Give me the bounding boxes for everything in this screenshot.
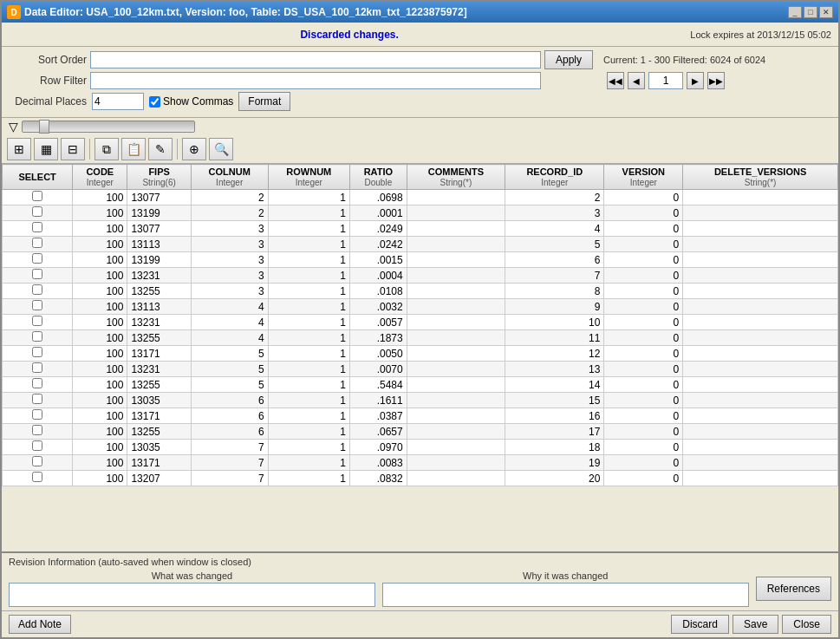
data-cell: 4 [505, 221, 604, 237]
row-checkbox[interactable] [32, 440, 42, 451]
bottom-right-buttons: Discard Save Close [671, 615, 831, 634]
split-button[interactable]: ⊕ [182, 138, 206, 160]
table2-button[interactable]: ⊟ [61, 138, 85, 160]
row-checkbox[interactable] [32, 409, 42, 420]
data-cell: 1 [268, 190, 349, 205]
table-row: 1001320771.0832200 [3, 471, 838, 486]
add-note-button[interactable]: Add Note [9, 615, 71, 634]
col-fips: FIPSString(6) [127, 165, 191, 190]
string-cell: 13255 [127, 284, 191, 299]
show-commas-text: Show Commas [163, 95, 233, 108]
sort-order-input[interactable] [90, 51, 541, 68]
string-cell [407, 455, 505, 471]
row-checkbox[interactable] [32, 456, 42, 466]
string-cell [407, 284, 505, 299]
title-controls: _ □ ✕ [788, 6, 833, 18]
string-cell [683, 440, 838, 455]
row-checkbox[interactable] [32, 425, 42, 435]
what-input[interactable] [9, 583, 375, 607]
data-cell: 0 [604, 205, 683, 221]
show-commas-checkbox[interactable] [149, 96, 160, 108]
row-checkbox[interactable] [32, 300, 42, 310]
row-checkbox[interactable] [32, 284, 42, 295]
data-cell: 6 [191, 408, 268, 424]
col-record-id: RECORD_IDInteger [505, 165, 604, 190]
row-checkbox[interactable] [32, 206, 42, 217]
row-checkbox[interactable] [32, 362, 42, 373]
data-cell: 1 [268, 408, 349, 424]
row-checkbox[interactable] [32, 222, 42, 232]
maximize-button[interactable]: □ [804, 6, 817, 18]
row-checkbox[interactable] [32, 472, 42, 482]
data-cell: 0 [604, 393, 683, 408]
row-filter-input[interactable] [90, 72, 541, 89]
data-cell: 0 [604, 190, 683, 205]
row-checkbox[interactable] [32, 253, 42, 264]
close-button[interactable]: Close [782, 615, 831, 634]
string-cell [683, 471, 838, 486]
bottom-bar: Add Note Discard Save Close [2, 610, 838, 637]
data-cell: 18 [505, 440, 604, 455]
controls-section: Sort Order Apply Current: 1 - 300 Filter… [2, 47, 838, 118]
data-cell: 4 [191, 315, 268, 330]
apply-button[interactable]: Apply [544, 50, 593, 69]
table-button[interactable]: ▦ [34, 138, 58, 160]
string-cell [683, 237, 838, 252]
row-checkbox[interactable] [32, 316, 42, 326]
data-cell: 6 [191, 424, 268, 440]
table-row: 1001325561.0657170 [3, 424, 838, 440]
string-cell: 13171 [127, 346, 191, 362]
row-checkbox[interactable] [32, 394, 42, 404]
select-cell [3, 440, 73, 455]
row-checkbox[interactable] [32, 347, 42, 357]
row-checkbox[interactable] [32, 269, 42, 279]
why-input[interactable] [382, 583, 749, 607]
grid-button[interactable]: ⊞ [7, 138, 31, 160]
data-cell: 1 [268, 299, 349, 315]
data-cell: .0083 [350, 455, 407, 471]
close-window-button[interactable]: ✕ [819, 6, 833, 18]
paste-button[interactable]: 📋 [121, 138, 146, 160]
edit-button[interactable]: ✎ [148, 138, 173, 160]
data-cell: 0 [604, 252, 683, 268]
copy-button[interactable]: ⧉ [94, 138, 119, 160]
row-checkbox[interactable] [32, 191, 42, 201]
prev-page-button[interactable]: ◀ [628, 72, 645, 89]
col-colnum: COLNUMInteger [191, 165, 268, 190]
data-cell: 15 [505, 393, 604, 408]
table-row: 1001325531.010880 [3, 284, 838, 299]
data-cell: 100 [73, 268, 127, 284]
references-button[interactable]: References [756, 577, 831, 601]
table-scroll[interactable]: SELECT CODEInteger FIPSString(6) COLNUMI… [2, 164, 838, 551]
search-button[interactable]: 🔍 [209, 138, 233, 160]
slider-icon: ▽ [9, 120, 18, 134]
data-cell: 1 [268, 440, 349, 455]
table-row: 1001323131.000470 [3, 268, 838, 284]
format-button[interactable]: Format [238, 92, 290, 111]
next-page-button[interactable]: ▶ [687, 72, 704, 89]
zoom-slider[interactable] [22, 121, 195, 133]
discard-button[interactable]: Discard [671, 615, 729, 634]
decimal-places-input[interactable] [92, 93, 144, 110]
data-cell: 4 [191, 299, 268, 315]
data-cell: 2 [191, 205, 268, 221]
first-page-button[interactable]: ◀◀ [607, 72, 624, 89]
string-cell [407, 205, 505, 221]
string-cell [683, 268, 838, 284]
data-cell: 1 [268, 268, 349, 284]
data-cell: 13 [505, 362, 604, 377]
string-cell [407, 221, 505, 237]
save-button[interactable]: Save [733, 615, 778, 634]
string-cell: 13035 [127, 440, 191, 455]
data-cell: 1 [268, 284, 349, 299]
row-checkbox[interactable] [32, 378, 42, 388]
minimize-button[interactable]: _ [788, 6, 802, 18]
data-cell: .0242 [350, 237, 407, 252]
row-checkbox[interactable] [32, 238, 42, 248]
data-cell: 100 [73, 424, 127, 440]
data-cell: .0657 [350, 424, 407, 440]
page-input[interactable] [648, 72, 683, 89]
row-checkbox[interactable] [32, 331, 42, 342]
last-page-button[interactable]: ▶▶ [707, 72, 725, 89]
data-cell: .0698 [350, 190, 407, 205]
